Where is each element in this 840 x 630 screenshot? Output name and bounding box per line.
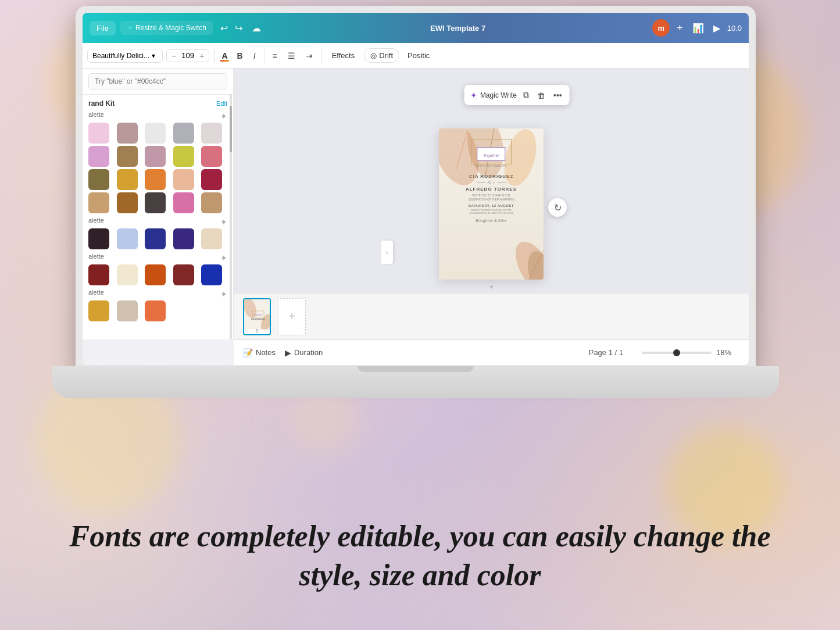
color-swatch[interactable]: [117, 146, 138, 167]
color-swatch[interactable]: [117, 264, 138, 285]
zoom-slider[interactable]: [642, 352, 712, 354]
color-swatch[interactable]: [173, 228, 194, 249]
palette-star-3[interactable]: ✦: [220, 253, 227, 263]
resize-magic-button[interactable]: ✦ Resize & Magic Switch: [120, 21, 213, 35]
color-swatch[interactable]: [88, 264, 109, 285]
color-swatch[interactable]: [117, 192, 138, 213]
add-page-button[interactable]: +: [278, 298, 306, 335]
color-swatch[interactable]: [145, 123, 166, 144]
play-button[interactable]: ▶: [711, 20, 723, 36]
color-swatch[interactable]: [173, 264, 194, 285]
scrollbar[interactable]: [230, 94, 232, 339]
chevron-down-icon: ▾: [152, 52, 155, 60]
color-swatch[interactable]: [173, 123, 194, 144]
svg-text:CIA RODRIGUEZ: CIA RODRIGUEZ: [251, 318, 265, 321]
redo-button[interactable]: ↪: [233, 20, 245, 36]
text-toolbar: Beautifully Delici... ▾ − 109 + A B I ≡ …: [83, 43, 749, 69]
magic-write-button[interactable]: ✦ Magic Write: [470, 91, 517, 100]
file-button[interactable]: File: [90, 21, 116, 35]
magic-star-icon: ✦: [470, 91, 477, 100]
position-button[interactable]: Positic: [403, 49, 434, 62]
drift-button[interactable]: ◎ Drift: [364, 48, 399, 63]
color-swatch[interactable]: [145, 146, 166, 167]
notes-button[interactable]: 📝 Notes: [243, 348, 276, 357]
user-avatar[interactable]: m: [652, 19, 670, 37]
color-swatch[interactable]: [145, 300, 166, 321]
color-swatch[interactable]: [201, 192, 222, 213]
color-swatch[interactable]: [201, 146, 222, 167]
color-swatch[interactable]: [145, 264, 166, 285]
expand-thumbnails-button[interactable]: ▾: [490, 284, 493, 290]
color-swatch[interactable]: [88, 123, 109, 144]
bold-button[interactable]: B: [234, 49, 246, 63]
more-options-button[interactable]: •••: [552, 89, 564, 102]
color-swatch[interactable]: [88, 169, 109, 190]
palette-star-2[interactable]: ✦: [220, 217, 227, 227]
color-swatch[interactable]: [88, 228, 109, 249]
color-swatch[interactable]: [117, 228, 138, 249]
color-grid-2: [88, 228, 227, 249]
decrease-size-button[interactable]: −: [169, 51, 178, 60]
align-left-button[interactable]: ≡: [269, 49, 281, 63]
page-thumbnail-1[interactable]: Together CIA RODRIGUEZ 1: [243, 298, 271, 335]
design-card-wrapper: Together WITH THEIR FAMILIES CIA RODRIGU…: [439, 140, 544, 280]
undo-redo-group: ↩ ↪: [218, 20, 245, 36]
color-swatch[interactable]: [117, 300, 138, 321]
refresh-button[interactable]: ↻: [548, 198, 567, 217]
separator-3: [321, 49, 321, 63]
palette-star-4[interactable]: ✦: [220, 289, 227, 299]
design-card[interactable]: Together WITH THEIR FAMILIES CIA RODRIGU…: [439, 128, 544, 280]
color-swatch[interactable]: [173, 169, 194, 190]
color-swatch[interactable]: [117, 169, 138, 190]
bottom-text-section: Fonts are completely editable, you can e…: [0, 517, 840, 595]
copy-button[interactable]: ⧉: [521, 88, 531, 102]
list-button[interactable]: ☰: [284, 49, 299, 63]
cloud-save-button[interactable]: ☁: [249, 20, 263, 36]
edit-button[interactable]: Edit: [216, 100, 227, 107]
color-grid-4: [88, 300, 227, 321]
color-swatch[interactable]: [173, 192, 194, 213]
document-title: EWI Template 7: [430, 24, 485, 33]
color-swatch[interactable]: [173, 146, 194, 167]
effects-button[interactable]: Effects: [326, 49, 361, 62]
scrollbar-thumb[interactable]: [230, 106, 232, 152]
laptop-notch: [358, 366, 474, 372]
color-swatch[interactable]: [201, 169, 222, 190]
notes-icon: 📝: [243, 348, 253, 357]
brand-kit-section: rand Kit Edit alette ✦: [83, 95, 233, 327]
color-search-input[interactable]: [88, 73, 227, 90]
color-swatch[interactable]: [201, 123, 222, 144]
duration-button[interactable]: ▶ Duration: [285, 348, 323, 357]
color-swatch[interactable]: [117, 123, 138, 144]
color-swatch[interactable]: [145, 192, 166, 213]
duration-icon: ▶: [285, 348, 291, 357]
color-swatch[interactable]: [88, 146, 109, 167]
color-swatch[interactable]: [88, 192, 109, 213]
laptop: File ✦ Resize & Magic Switch ↩ ↪ ☁ EWI T…: [76, 6, 756, 401]
italic-button[interactable]: I: [250, 49, 259, 63]
text-color-button[interactable]: A: [219, 50, 230, 62]
add-collaborator-button[interactable]: +: [674, 20, 685, 37]
palette-star-1[interactable]: ✦: [220, 112, 227, 121]
undo-button[interactable]: ↩: [218, 20, 230, 36]
analytics-button[interactable]: 📊: [690, 20, 706, 36]
palette-header-4: alette ✦: [88, 289, 227, 299]
laptop-base: [52, 366, 779, 398]
thumbnails-bar: Together CIA RODRIGUEZ 1 +: [234, 293, 749, 339]
font-selector[interactable]: Beautifully Delici... ▾: [87, 49, 163, 63]
delete-button[interactable]: 🗑: [535, 89, 547, 102]
indent-button[interactable]: ⇥: [302, 49, 316, 63]
color-swatch[interactable]: [201, 264, 222, 285]
floating-toolbar: ✦ Magic Write ⧉ 🗑 •••: [464, 85, 570, 105]
color-swatch[interactable]: [201, 228, 222, 249]
header-right: m + 📊 ▶ 10.0: [652, 19, 742, 37]
color-swatch[interactable]: [145, 169, 166, 190]
drift-icon: ◎: [370, 51, 377, 60]
color-swatch[interactable]: [145, 228, 166, 249]
collapse-panel-button[interactable]: ‹: [381, 241, 393, 264]
zoom-thumb[interactable]: [673, 349, 680, 356]
color-swatch[interactable]: [88, 300, 109, 321]
increase-size-button[interactable]: +: [197, 51, 206, 60]
timer-display: 10.0: [727, 24, 742, 33]
bottom-text-line1: Fonts are completely editable, you can e…: [70, 520, 771, 553]
